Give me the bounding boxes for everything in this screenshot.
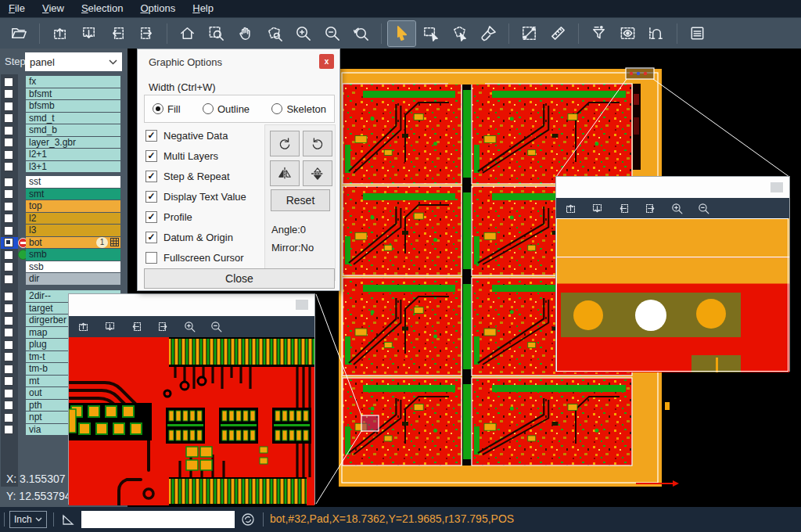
popup-tool-zoom-in[interactable] (183, 320, 196, 333)
tool-pan-down[interactable] (75, 21, 102, 46)
checkbox-row[interactable]: ✓Display Text Value (145, 189, 246, 204)
layer-visibility-checkbox[interactable] (4, 238, 13, 247)
layer-visibility-checkbox[interactable] (4, 214, 13, 223)
close-button[interactable]: Close (144, 268, 335, 289)
unit-select[interactable]: Inch (9, 511, 47, 528)
popup-tool-pan-right[interactable] (156, 320, 170, 333)
layer-row[interactable]: sst (0, 176, 128, 188)
layer-row[interactable]: l3 (0, 225, 128, 236)
tool-ruler[interactable] (544, 21, 572, 46)
refresh-icon[interactable] (241, 512, 255, 527)
layer-row[interactable]: top (0, 200, 128, 212)
snap-angle-icon[interactable] (61, 512, 75, 527)
layer-row[interactable]: l3+1 (0, 161, 128, 173)
menu-options[interactable]: Options (131, 0, 184, 17)
layer-visibility-checkbox[interactable] (4, 275, 13, 284)
popup-tool-zoom-out[interactable] (697, 202, 710, 215)
layer-visibility-checkbox[interactable] (4, 376, 13, 386)
popup-tool-zoom-in[interactable] (670, 202, 684, 215)
tool-zoom-window[interactable] (203, 21, 230, 46)
tool-zoom-in[interactable] (289, 21, 317, 46)
layer-visibility-checkbox[interactable] (4, 262, 13, 271)
layer-visibility-checkbox[interactable] (4, 304, 13, 313)
checkbox-row[interactable]: ✓Step & Repeat (145, 168, 230, 184)
layer-visibility-checkbox[interactable] (4, 178, 13, 187)
tool-pan-right[interactable] (133, 21, 160, 46)
tool-filter[interactable] (585, 21, 612, 46)
mirror-h-button[interactable] (270, 160, 300, 186)
layer-visibility-checkbox[interactable] (4, 250, 13, 260)
menu-view[interactable]: View (34, 0, 73, 17)
layer-row[interactable]: smt (0, 189, 128, 200)
layer-visibility-checkbox[interactable] (4, 226, 13, 235)
step-select[interactable]: panel (25, 52, 122, 71)
popup-tool-pan-down[interactable] (103, 320, 117, 333)
menu-file[interactable]: File (0, 0, 34, 17)
rotate-cw-button[interactable] (270, 131, 300, 156)
popup-tool-pan-left[interactable] (130, 320, 143, 333)
rotate-ccw-button[interactable] (303, 131, 332, 156)
tool-pan-up[interactable] (46, 21, 74, 46)
popup-title-bar[interactable] (69, 294, 314, 316)
layer-visibility-checkbox[interactable] (4, 150, 13, 160)
tool-zoom-previous[interactable] (347, 21, 375, 46)
magnified-pcb-view[interactable] (556, 218, 789, 372)
tool-pan-hand[interactable] (232, 21, 259, 46)
radio-fill[interactable]: Fill (153, 103, 181, 115)
popup-tool-pan-left[interactable] (617, 202, 630, 215)
menu-selection[interactable]: Selection (73, 0, 131, 17)
layer-visibility-checkbox[interactable] (4, 340, 13, 350)
tool-select-cursor[interactable] (388, 21, 415, 46)
popup-tool-pan-up[interactable] (77, 320, 90, 333)
checkbox-row[interactable]: ✓Multi Layers (145, 148, 218, 164)
layer-visibility-checkbox[interactable] (4, 328, 13, 337)
layer-row[interactable]: l2+1 (0, 149, 128, 160)
popup-tool-zoom-out[interactable] (210, 320, 223, 333)
layer-visibility-checkbox[interactable] (4, 389, 13, 398)
command-input[interactable] (81, 511, 235, 528)
layer-visibility-checkbox[interactable] (4, 126, 13, 135)
layer-visibility-checkbox[interactable] (4, 401, 13, 410)
popup-tool-pan-right[interactable] (644, 202, 657, 215)
layer-row[interactable]: dir (0, 273, 128, 285)
dialog-close-button[interactable]: x (319, 54, 334, 69)
layer-visibility-checkbox[interactable] (4, 162, 13, 171)
layer-visibility-checkbox[interactable] (4, 102, 13, 111)
layer-visibility-checkbox[interactable] (4, 89, 13, 99)
layer-row[interactable]: bot1 (0, 237, 128, 249)
layer-row[interactable]: layer_3.gbr (0, 137, 128, 149)
layer-row[interactable]: bfsmt (0, 88, 128, 100)
tool-clean-brush[interactable] (475, 21, 502, 46)
radio-skeleton[interactable]: Skeleton (271, 103, 326, 115)
tool-snap[interactable] (643, 21, 670, 46)
menu-help[interactable]: Help (184, 0, 222, 17)
tool-zoom-polygon[interactable] (260, 21, 288, 46)
layer-visibility-checkbox[interactable] (4, 352, 13, 361)
tool-home[interactable] (174, 21, 201, 46)
tool-open-folder[interactable] (5, 21, 33, 46)
layer-visibility-checkbox[interactable] (4, 425, 13, 434)
layer-row[interactable]: l2 (0, 213, 128, 225)
mirror-v-button[interactable] (303, 160, 332, 186)
layer-visibility-checkbox[interactable] (4, 189, 13, 199)
tool-zoom-out[interactable] (318, 21, 346, 46)
popup-title-bar[interactable] (556, 177, 789, 198)
radio-outline[interactable]: Outline (203, 103, 250, 115)
layer-visibility-checkbox[interactable] (4, 316, 13, 325)
tool-select-rect[interactable] (417, 21, 444, 46)
layer-visibility-checkbox[interactable] (4, 138, 13, 147)
reset-button[interactable]: Reset (271, 189, 330, 211)
magnified-pcb-view[interactable] (69, 337, 314, 505)
tool-select-polygon[interactable] (446, 21, 473, 46)
checkbox-row[interactable]: Fullscreen Cursor (145, 250, 244, 265)
tool-measure-distance[interactable] (515, 21, 543, 46)
layer-row[interactable]: bfsmb (0, 100, 128, 112)
popup-tool-pan-up[interactable] (564, 202, 577, 215)
checkbox-row[interactable]: ✓Negative Data (145, 128, 228, 143)
checkbox-row[interactable]: ✓Datum & Origin (145, 229, 233, 245)
popup-tool-pan-down[interactable] (591, 202, 604, 215)
tool-pan-left[interactable] (104, 21, 131, 46)
layer-visibility-checkbox[interactable] (4, 202, 13, 211)
layer-visibility-checkbox[interactable] (4, 113, 13, 123)
layer-visibility-checkbox[interactable] (4, 365, 13, 374)
